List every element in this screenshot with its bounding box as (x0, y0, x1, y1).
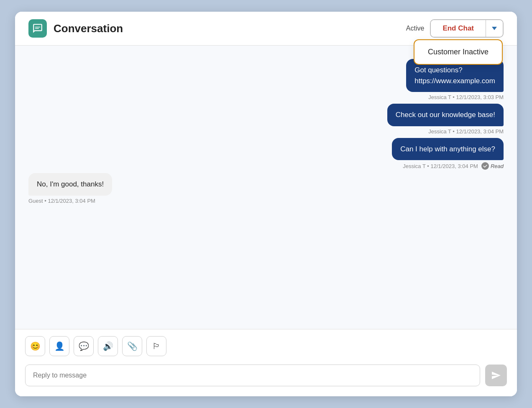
attach-btn[interactable]: 📎 (122, 336, 142, 356)
reply-area (15, 360, 517, 396)
end-chat-group: End Chat Customer Inactive (430, 19, 504, 38)
message-row: Got questions? https://www.example.comJe… (28, 59, 504, 100)
audio-btn[interactable]: 🔊 (98, 336, 118, 356)
message-meta: Guest • 12/1/2023, 3:04 PM (28, 198, 95, 204)
agent-btn[interactable]: 👤 (49, 336, 69, 356)
message-row: Can I help with anything else?Jessica T … (28, 138, 504, 170)
message-sender-time: Guest • 12/1/2023, 3:04 PM (28, 198, 95, 204)
message-sender-time: Jessica T • 12/1/2023, 3:03 PM (428, 94, 504, 100)
chat-area: Got questions? https://www.example.comJe… (15, 46, 517, 329)
page-title: Conversation (54, 22, 406, 35)
message-sender-time: Jessica T • 12/1/2023, 3:04 PM (428, 128, 504, 135)
read-label: Read (491, 163, 504, 169)
message-row: No, I'm good, thanks!Guest • 12/1/2023, … (28, 173, 504, 204)
message-meta: Jessica T • 12/1/2023, 3:04 PM Read (403, 162, 504, 170)
status-label: Active (406, 25, 425, 32)
conversation-panel: Conversation Active End Chat Customer In… (15, 12, 517, 396)
dropdown-popup: Customer Inactive (414, 39, 503, 65)
header: Conversation Active End Chat Customer In… (15, 12, 517, 46)
dropdown-item-customer-inactive[interactable]: Customer Inactive (428, 48, 489, 56)
message-meta: Jessica T • 12/1/2023, 3:03 PM (428, 94, 504, 100)
canned-btn[interactable]: 💬 (74, 336, 94, 356)
header-actions: Active End Chat Customer Inactive (406, 19, 504, 38)
message-meta: Jessica T • 12/1/2023, 3:04 PM (428, 128, 504, 135)
end-chat-button[interactable]: End Chat (431, 20, 486, 37)
message-bubble: Check out our knowledge base! (387, 104, 504, 126)
read-badge: Read (481, 162, 504, 170)
emoji-btn[interactable]: 😊 (25, 336, 45, 356)
toolbar: 😊👤💬🔊📎🏳 (15, 329, 517, 360)
end-chat-dropdown-button[interactable] (486, 20, 503, 37)
chevron-down-icon (492, 27, 497, 30)
send-button[interactable] (485, 365, 507, 386)
message-row: Check out our knowledge base!Jessica T •… (28, 104, 504, 135)
flag-btn[interactable]: 🏳 (146, 336, 166, 356)
message-bubble: No, I'm good, thanks! (28, 173, 112, 196)
reply-input[interactable] (25, 365, 480, 386)
message-bubble: Can I help with anything else? (392, 138, 504, 161)
message-sender-time: Jessica T • 12/1/2023, 3:04 PM (403, 163, 478, 169)
conversation-icon (28, 19, 47, 38)
read-check-icon (481, 162, 489, 170)
